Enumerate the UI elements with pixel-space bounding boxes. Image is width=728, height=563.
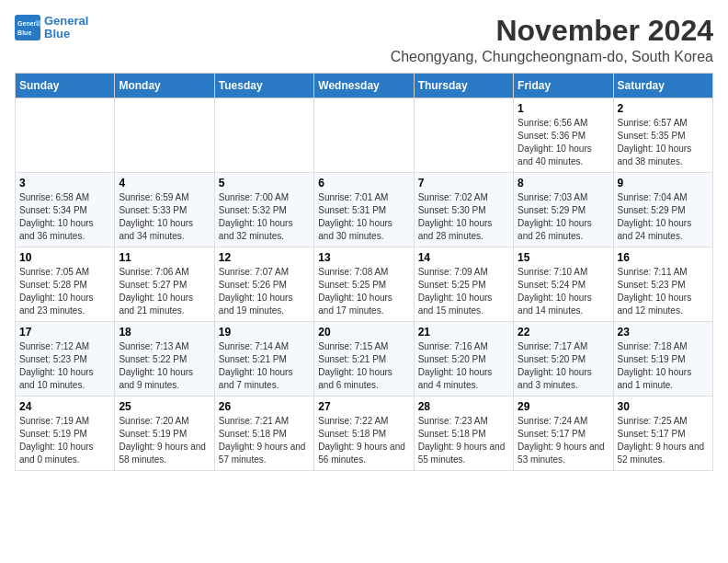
calendar-cell: 23Sunrise: 7:18 AM Sunset: 5:19 PM Dayli… bbox=[613, 322, 712, 396]
calendar-cell bbox=[414, 98, 513, 173]
calendar-cell: 18Sunrise: 7:13 AM Sunset: 5:22 PM Dayli… bbox=[115, 322, 214, 396]
day-info: Sunrise: 7:24 AM Sunset: 5:17 PM Dayligh… bbox=[518, 415, 609, 466]
calendar-week-row: 1Sunrise: 6:56 AM Sunset: 5:36 PM Daylig… bbox=[16, 98, 713, 173]
day-info: Sunrise: 7:12 AM Sunset: 5:23 PM Dayligh… bbox=[19, 340, 110, 392]
weekday-header-monday: Monday bbox=[115, 74, 214, 98]
calendar-cell bbox=[214, 98, 313, 173]
calendar-cell: 11Sunrise: 7:06 AM Sunset: 5:27 PM Dayli… bbox=[115, 247, 214, 322]
calendar-table: SundayMondayTuesdayWednesdayThursdayFrid… bbox=[15, 73, 713, 471]
day-number: 23 bbox=[618, 326, 709, 339]
day-number: 24 bbox=[19, 400, 110, 413]
calendar-cell: 4Sunrise: 6:59 AM Sunset: 5:33 PM Daylig… bbox=[115, 173, 214, 247]
calendar-cell: 21Sunrise: 7:16 AM Sunset: 5:20 PM Dayli… bbox=[414, 322, 513, 396]
calendar-cell: 17Sunrise: 7:12 AM Sunset: 5:23 PM Dayli… bbox=[16, 322, 115, 396]
day-info: Sunrise: 7:05 AM Sunset: 5:28 PM Dayligh… bbox=[19, 266, 110, 317]
day-info: Sunrise: 7:17 AM Sunset: 5:20 PM Dayligh… bbox=[518, 340, 609, 392]
calendar-week-row: 24Sunrise: 7:19 AM Sunset: 5:19 PM Dayli… bbox=[16, 396, 713, 471]
day-info: Sunrise: 7:15 AM Sunset: 5:21 PM Dayligh… bbox=[318, 340, 409, 392]
calendar-cell: 25Sunrise: 7:20 AM Sunset: 5:19 PM Dayli… bbox=[115, 396, 214, 471]
title-section: November 2024 Cheongyang, Chungcheongnam… bbox=[391, 15, 713, 65]
day-number: 4 bbox=[119, 177, 210, 190]
calendar-cell: 6Sunrise: 7:01 AM Sunset: 5:31 PM Daylig… bbox=[314, 173, 414, 247]
day-info: Sunrise: 7:01 AM Sunset: 5:31 PM Dayligh… bbox=[318, 191, 409, 243]
calendar-cell: 30Sunrise: 7:25 AM Sunset: 5:17 PM Dayli… bbox=[613, 396, 712, 471]
day-info: Sunrise: 6:59 AM Sunset: 5:33 PM Dayligh… bbox=[119, 191, 210, 243]
calendar-cell: 13Sunrise: 7:08 AM Sunset: 5:25 PM Dayli… bbox=[314, 247, 414, 322]
day-info: Sunrise: 7:22 AM Sunset: 5:18 PM Dayligh… bbox=[318, 415, 409, 466]
day-info: Sunrise: 7:09 AM Sunset: 5:25 PM Dayligh… bbox=[418, 266, 509, 317]
logo-text: General Blue bbox=[44, 15, 88, 41]
day-number: 26 bbox=[219, 400, 310, 413]
location-title: Cheongyang, Chungcheongnam-do, South Kor… bbox=[391, 49, 713, 65]
day-info: Sunrise: 7:21 AM Sunset: 5:18 PM Dayligh… bbox=[219, 415, 310, 466]
day-info: Sunrise: 7:06 AM Sunset: 5:27 PM Dayligh… bbox=[119, 266, 210, 317]
day-number: 16 bbox=[618, 251, 709, 264]
day-number: 3 bbox=[19, 177, 110, 190]
day-info: Sunrise: 7:25 AM Sunset: 5:17 PM Dayligh… bbox=[618, 415, 709, 466]
weekday-header-saturday: Saturday bbox=[613, 74, 712, 98]
day-number: 6 bbox=[318, 177, 409, 190]
calendar-cell: 7Sunrise: 7:02 AM Sunset: 5:30 PM Daylig… bbox=[414, 173, 513, 247]
day-info: Sunrise: 7:00 AM Sunset: 5:32 PM Dayligh… bbox=[219, 191, 310, 243]
calendar-cell: 24Sunrise: 7:19 AM Sunset: 5:19 PM Dayli… bbox=[16, 396, 115, 471]
day-number: 13 bbox=[318, 251, 409, 264]
calendar-cell bbox=[115, 98, 214, 173]
day-info: Sunrise: 7:11 AM Sunset: 5:23 PM Dayligh… bbox=[618, 266, 709, 317]
day-number: 11 bbox=[119, 251, 210, 264]
day-info: Sunrise: 7:16 AM Sunset: 5:20 PM Dayligh… bbox=[418, 340, 509, 392]
calendar-cell: 27Sunrise: 7:22 AM Sunset: 5:18 PM Dayli… bbox=[314, 396, 414, 471]
day-number: 10 bbox=[19, 251, 110, 264]
day-info: Sunrise: 6:57 AM Sunset: 5:35 PM Dayligh… bbox=[618, 117, 709, 168]
calendar-cell: 3Sunrise: 6:58 AM Sunset: 5:34 PM Daylig… bbox=[16, 173, 115, 247]
calendar-cell: 20Sunrise: 7:15 AM Sunset: 5:21 PM Dayli… bbox=[314, 322, 414, 396]
day-info: Sunrise: 7:19 AM Sunset: 5:19 PM Dayligh… bbox=[19, 415, 110, 466]
day-number: 25 bbox=[119, 400, 210, 413]
day-number: 21 bbox=[418, 326, 509, 339]
day-number: 12 bbox=[219, 251, 310, 264]
weekday-header-friday: Friday bbox=[514, 74, 613, 98]
day-number: 5 bbox=[219, 177, 310, 190]
calendar-cell: 16Sunrise: 7:11 AM Sunset: 5:23 PM Dayli… bbox=[613, 247, 712, 322]
day-info: Sunrise: 6:58 AM Sunset: 5:34 PM Dayligh… bbox=[19, 191, 110, 243]
weekday-header-wednesday: Wednesday bbox=[314, 74, 414, 98]
day-number: 1 bbox=[518, 102, 609, 115]
day-info: Sunrise: 7:13 AM Sunset: 5:22 PM Dayligh… bbox=[119, 340, 210, 392]
calendar-cell: 2Sunrise: 6:57 AM Sunset: 5:35 PM Daylig… bbox=[613, 98, 712, 173]
day-info: Sunrise: 7:03 AM Sunset: 5:29 PM Dayligh… bbox=[518, 191, 609, 243]
calendar-cell: 22Sunrise: 7:17 AM Sunset: 5:20 PM Dayli… bbox=[514, 322, 613, 396]
day-number: 20 bbox=[318, 326, 409, 339]
day-number: 15 bbox=[518, 251, 609, 264]
day-number: 27 bbox=[318, 400, 409, 413]
calendar-cell: 15Sunrise: 7:10 AM Sunset: 5:24 PM Dayli… bbox=[514, 247, 613, 322]
weekday-header-thursday: Thursday bbox=[414, 74, 513, 98]
calendar-cell: 9Sunrise: 7:04 AM Sunset: 5:29 PM Daylig… bbox=[613, 173, 712, 247]
weekday-header-tuesday: Tuesday bbox=[214, 74, 313, 98]
day-number: 7 bbox=[418, 177, 509, 190]
calendar-cell: 29Sunrise: 7:24 AM Sunset: 5:17 PM Dayli… bbox=[514, 396, 613, 471]
day-number: 17 bbox=[19, 326, 110, 339]
day-info: Sunrise: 7:04 AM Sunset: 5:29 PM Dayligh… bbox=[618, 191, 709, 243]
day-info: Sunrise: 7:02 AM Sunset: 5:30 PM Dayligh… bbox=[418, 191, 509, 243]
svg-text:Blue: Blue bbox=[17, 29, 31, 36]
day-number: 28 bbox=[418, 400, 509, 413]
day-number: 14 bbox=[418, 251, 509, 264]
calendar-cell bbox=[314, 98, 414, 173]
day-number: 8 bbox=[518, 177, 609, 190]
day-info: Sunrise: 7:23 AM Sunset: 5:18 PM Dayligh… bbox=[418, 415, 509, 466]
weekday-header-sunday: Sunday bbox=[16, 74, 115, 98]
day-info: Sunrise: 7:18 AM Sunset: 5:19 PM Dayligh… bbox=[618, 340, 709, 392]
day-number: 9 bbox=[618, 177, 709, 190]
calendar-cell: 26Sunrise: 7:21 AM Sunset: 5:18 PM Dayli… bbox=[214, 396, 313, 471]
logo: General Blue General Blue bbox=[15, 15, 88, 41]
day-number: 19 bbox=[219, 326, 310, 339]
day-number: 30 bbox=[618, 400, 709, 413]
calendar-cell: 8Sunrise: 7:03 AM Sunset: 5:29 PM Daylig… bbox=[514, 173, 613, 247]
day-info: Sunrise: 7:14 AM Sunset: 5:21 PM Dayligh… bbox=[219, 340, 310, 392]
calendar-cell: 10Sunrise: 7:05 AM Sunset: 5:28 PM Dayli… bbox=[16, 247, 115, 322]
calendar-cell: 28Sunrise: 7:23 AM Sunset: 5:18 PM Dayli… bbox=[414, 396, 513, 471]
day-number: 22 bbox=[518, 326, 609, 339]
svg-rect-0 bbox=[15, 15, 40, 40]
day-number: 29 bbox=[518, 400, 609, 413]
calendar-cell: 1Sunrise: 6:56 AM Sunset: 5:36 PM Daylig… bbox=[514, 98, 613, 173]
day-info: Sunrise: 7:20 AM Sunset: 5:19 PM Dayligh… bbox=[119, 415, 210, 466]
